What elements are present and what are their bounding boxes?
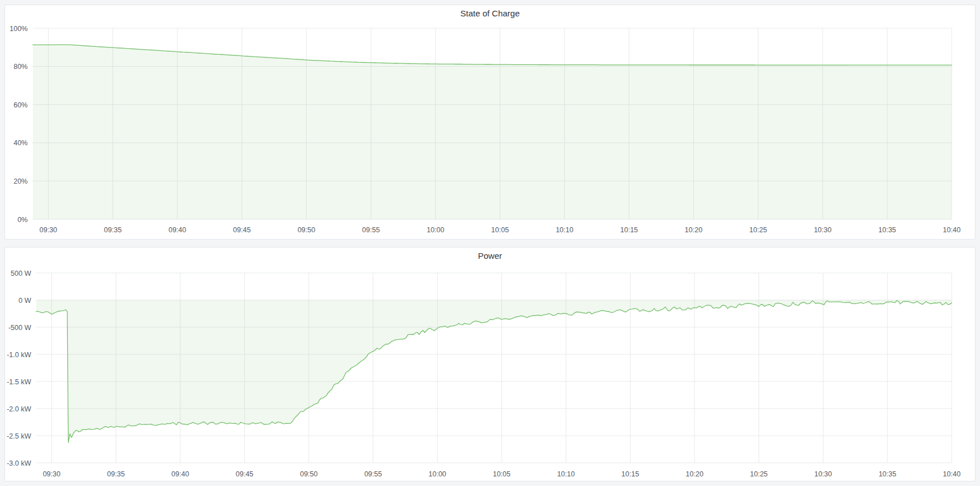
soc-x-tick-label: 10:35 — [878, 226, 896, 234]
power-x-tick-label: 10:40 — [943, 470, 960, 478]
dashboard: State of Charge 100%80%60%40%20%0%09:300… — [0, 0, 980, 486]
power-y-tick-label: -1.0 kW — [7, 351, 31, 359]
soc-x-tick-label: 09:35 — [104, 226, 122, 234]
power-x-tick-label: 10:30 — [814, 470, 832, 478]
power-x-tick-label: 09:35 — [107, 470, 124, 478]
soc-x-tick-label: 09:40 — [169, 226, 186, 234]
soc-y-tick-label: 100% — [10, 25, 28, 33]
soc-y-tick-label: 0% — [18, 216, 28, 224]
power-x-tick-label: 10:25 — [750, 470, 767, 478]
soc-y-tick-label: 80% — [14, 63, 28, 71]
power-x-tick-label: 09:40 — [171, 470, 189, 478]
power-y-axis-labels: 500 W0 W-500 W-1.0 kW-1.5 kW-2.0 kW-2.5 … — [7, 270, 31, 467]
power-x-tick-label: 10:00 — [429, 470, 446, 478]
power-x-tick-label: 10:05 — [493, 470, 510, 478]
soc-x-tick-label: 10:00 — [426, 226, 444, 234]
soc-y-tick-label: 60% — [14, 101, 28, 109]
power-chart[interactable]: 500 W0 W-500 W-1.0 kW-1.5 kW-2.0 kW-2.5 … — [5, 248, 975, 481]
soc-x-tick-label: 10:20 — [685, 226, 702, 234]
soc-x-tick-label: 10:30 — [814, 226, 831, 234]
power-x-tick-label: 10:10 — [557, 470, 575, 478]
soc-y-tick-label: 20% — [14, 177, 28, 185]
power-y-tick-label: 500 W — [11, 270, 31, 277]
power-y-tick-label: 0 W — [19, 297, 31, 305]
soc-x-tick-label: 10:25 — [749, 226, 767, 234]
soc-y-tick-label: 40% — [14, 139, 28, 147]
power-x-tick-label: 10:15 — [621, 470, 639, 478]
soc-y-axis-labels: 100%80%60%40%20%0% — [10, 25, 28, 224]
power-x-tick-label: 09:55 — [364, 470, 382, 478]
panel-title-state-of-charge[interactable]: State of Charge — [5, 5, 975, 18]
power-y-tick-label: -2.0 kW — [7, 405, 31, 413]
soc-x-tick-label: 10:15 — [620, 226, 638, 234]
power-x-tick-label: 09:45 — [236, 470, 253, 478]
soc-x-tick-label: 09:50 — [297, 226, 315, 234]
power-series-fill — [36, 300, 952, 442]
soc-x-tick-label: 10:40 — [943, 226, 960, 234]
panel-power: Power 500 W0 W-500 W-1.0 kW-1.5 kW-2.0 k… — [5, 247, 975, 481]
power-x-tick-label: 09:50 — [300, 470, 317, 478]
soc-series-fill — [33, 45, 952, 219]
panel-state-of-charge: State of Charge 100%80%60%40%20%0%09:300… — [5, 5, 975, 240]
soc-x-tick-label: 10:05 — [491, 226, 509, 234]
soc-x-tick-label: 09:55 — [362, 226, 379, 234]
power-x-tick-label: 09:30 — [43, 470, 61, 478]
soc-x-tick-label: 09:30 — [40, 226, 57, 234]
soc-x-tick-label: 10:10 — [556, 226, 573, 234]
power-y-tick-label: -2.5 kW — [7, 432, 31, 440]
power-x-tick-label: 10:20 — [686, 470, 703, 478]
power-x-tick-label: 10:35 — [879, 470, 896, 478]
power-y-tick-label: -500 W — [8, 324, 31, 332]
panel-title-power[interactable]: Power — [5, 248, 975, 261]
power-x-axis-labels: 09:3009:3509:4009:4509:5009:5510:0010:05… — [43, 470, 961, 478]
power-y-tick-label: -1.5 kW — [7, 378, 31, 386]
power-y-tick-label: -3.0 kW — [7, 459, 31, 467]
soc-x-tick-label: 09:45 — [233, 226, 251, 234]
state-of-charge-chart[interactable]: 100%80%60%40%20%0%09:3009:3509:4009:4509… — [5, 5, 975, 239]
soc-x-axis-labels: 09:3009:3509:4009:4509:5009:5510:0010:05… — [40, 226, 961, 234]
